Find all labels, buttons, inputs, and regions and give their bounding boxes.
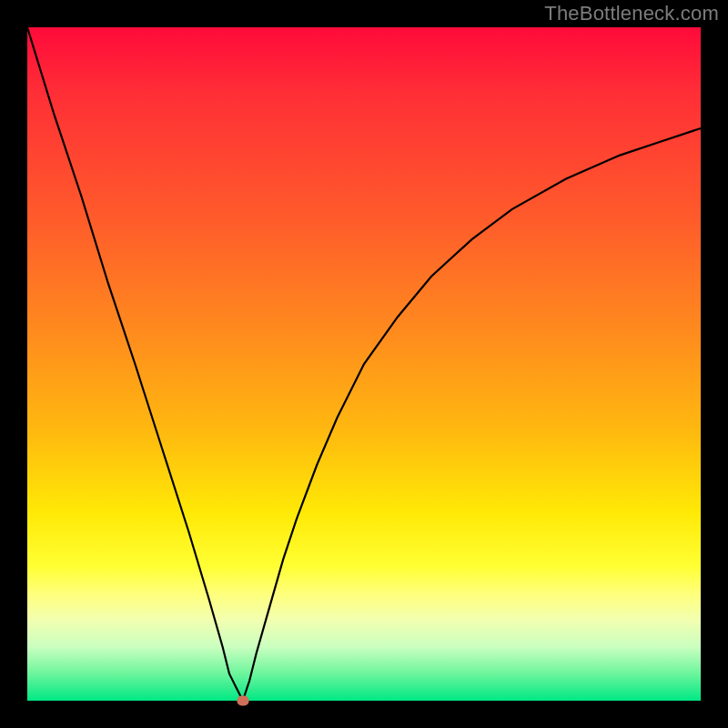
curve-path xyxy=(27,27,701,701)
plot-area xyxy=(27,27,701,701)
curve-marker xyxy=(237,696,248,706)
chart-frame: TheBottleneck.com xyxy=(0,0,728,728)
watermark-text: TheBottleneck.com xyxy=(544,2,719,25)
bottleneck-curve xyxy=(27,27,701,701)
